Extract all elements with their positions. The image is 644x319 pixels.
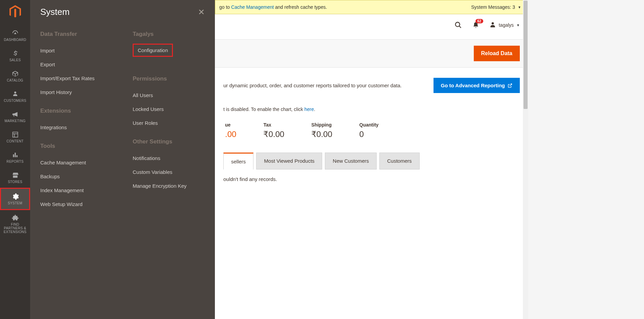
menu-cache-management[interactable]: Cache Management [40, 156, 112, 169]
button-label: Go to Advanced Reporting [441, 83, 505, 88]
megaphone-icon [12, 111, 19, 118]
external-link-icon [508, 83, 512, 88]
bars-icon [12, 151, 19, 159]
menu-integrations[interactable]: Integrations [40, 120, 112, 134]
stat-label: ue [225, 122, 236, 128]
admin-sidebar: DASHBOARD SALES CATALOG CUSTOMERS MARKET… [0, 0, 30, 319]
stat-tax: Tax ₹0.00 [263, 122, 284, 139]
menu-web-setup[interactable]: Web Setup Wizard [40, 197, 112, 211]
svg-rect-0 [13, 132, 18, 137]
group-data-transfer: Data Transfer [40, 31, 112, 38]
menu-notifications[interactable]: Notifications [133, 151, 205, 165]
notif-suffix: and refresh cache types. [274, 4, 327, 10]
menu-encryption-key[interactable]: Manage Encryption Key [133, 179, 205, 193]
nav-label: SALES [9, 58, 21, 62]
nav-label: STORES [8, 180, 22, 184]
cache-management-link[interactable]: Cache Management [231, 4, 274, 10]
menu-index-management[interactable]: Index Management [40, 183, 112, 197]
menu-configuration[interactable]: Configuration [133, 44, 173, 57]
stat-quantity: Quantity 0 [359, 122, 379, 139]
stat-revenue: ue .00 [225, 122, 236, 139]
tab-new-customers[interactable]: New Customers [325, 153, 377, 169]
admin-header: 62 tagalys ▼ [215, 14, 528, 29]
chart-disabled-note: t is disabled. To enable the chart, clic… [223, 107, 520, 112]
avatar-icon [489, 22, 496, 28]
tab-bestsellers[interactable]: sellers [223, 153, 253, 169]
nav-customers[interactable]: CUSTOMERS [0, 86, 30, 107]
menu-import[interactable]: Import [40, 44, 112, 58]
enable-chart-link[interactable]: here [304, 107, 314, 112]
no-records-text: ouldn't find any records. [223, 169, 520, 189]
nav-dashboard[interactable]: DASHBOARD [0, 25, 30, 46]
chevron-down-icon: ▼ [518, 5, 521, 9]
notif-prefix: go to [219, 4, 231, 10]
svg-line-7 [459, 26, 461, 28]
nav-label: REPORTS [6, 160, 23, 163]
nav-label: SYSTEM [8, 201, 22, 205]
menu-custom-variables[interactable]: Custom Variables [133, 165, 205, 179]
group-extensions: Extensions [40, 108, 112, 114]
system-message-bar: go to Cache Management and refresh cache… [215, 0, 528, 14]
system-messages-toggle[interactable]: System Messages: 3 ▼ [471, 4, 521, 10]
menu-backups[interactable]: Backups [40, 169, 112, 183]
nav-reports[interactable]: REPORTS [0, 147, 30, 167]
advanced-reporting-text: ur dynamic product, order, and customer … [223, 83, 402, 88]
nav-label: CUSTOMERS [4, 99, 26, 102]
nav-catalog[interactable]: CATALOG [0, 66, 30, 86]
nav-sales[interactable]: SALES [0, 46, 30, 66]
group-other-settings: Other Settings [133, 138, 205, 145]
nav-label: DASHBOARD [4, 38, 26, 42]
scrollbar-thumb[interactable] [524, 1, 528, 109]
svg-rect-4 [15, 153, 16, 157]
stat-label: Tax [263, 122, 284, 128]
menu-locked-users[interactable]: Locked Users [133, 102, 205, 116]
nav-content[interactable]: CONTENT [0, 127, 30, 147]
stat-value: .00 [225, 130, 236, 139]
tab-customers[interactable]: Customers [379, 153, 420, 169]
reload-data-button[interactable]: Reload Data [474, 46, 520, 61]
stat-label: Shipping [311, 122, 332, 128]
svg-rect-3 [13, 154, 14, 157]
stat-shipping: Shipping ₹0.00 [311, 122, 332, 139]
dashboard-icon [12, 29, 19, 37]
group-permissions: Permissions [133, 75, 205, 82]
menu-user-roles[interactable]: User Roles [133, 116, 205, 130]
notification-badge: 62 [475, 19, 483, 23]
svg-rect-5 [16, 155, 17, 157]
store-icon [12, 172, 19, 179]
stat-value: ₹0.00 [263, 130, 284, 139]
main-content: go to Cache Management and refresh cache… [215, 0, 528, 319]
menu-all-users[interactable]: All Users [133, 88, 205, 102]
notifications-icon[interactable]: 62 [472, 21, 480, 29]
tab-most-viewed[interactable]: Most Viewed Products [256, 153, 322, 169]
nav-stores[interactable]: STORES [0, 167, 30, 188]
magento-logo[interactable] [8, 5, 22, 19]
system-flyout: System ✕ Data Transfer Import Export Imp… [30, 0, 215, 319]
nav-label: CATALOG [7, 78, 23, 82]
flyout-title: System [40, 7, 70, 17]
menu-import-history[interactable]: Import History [40, 85, 112, 99]
person-icon [12, 90, 19, 98]
advanced-reporting-button[interactable]: Go to Advanced Reporting [434, 78, 520, 93]
nav-partners[interactable]: FIND PARTNERS & EXTENSIONS [0, 210, 30, 238]
menu-importexport-tax[interactable]: Import/Export Tax Rates [40, 71, 112, 85]
stat-label: Quantity [359, 122, 379, 128]
chevron-down-icon: ▼ [516, 23, 520, 27]
group-tools: Tools [40, 143, 112, 150]
menu-export[interactable]: Export [40, 58, 112, 71]
stat-value: 0 [359, 130, 379, 139]
search-icon[interactable] [454, 21, 462, 29]
dollar-icon [12, 50, 19, 57]
toolbar: Reload Data [215, 39, 528, 68]
user-name: tagalys [499, 22, 514, 28]
box-icon [12, 70, 19, 77]
scrollbar-track[interactable] [523, 0, 528, 319]
nav-label: FIND PARTNERS & EXTENSIONS [1, 223, 29, 234]
stats-row: ue .00 Tax ₹0.00 Shipping ₹0.00 Quantity… [223, 122, 520, 139]
close-icon[interactable]: ✕ [198, 7, 205, 17]
nav-system[interactable]: SYSTEM [0, 188, 30, 210]
nav-marketing[interactable]: MARKETING [0, 107, 30, 127]
layout-icon [12, 131, 19, 138]
user-menu[interactable]: tagalys ▼ [489, 22, 520, 28]
group-tagalys: Tagalys [133, 31, 205, 38]
